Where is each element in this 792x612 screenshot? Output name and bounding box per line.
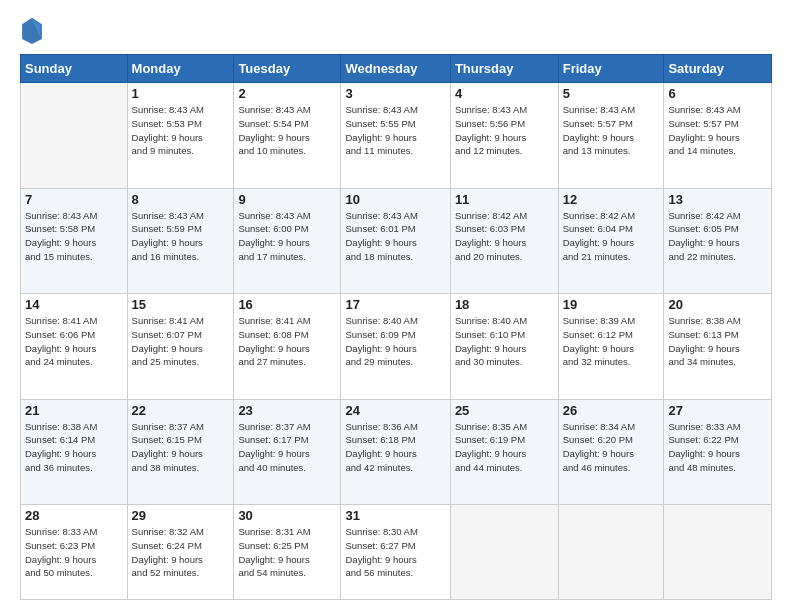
weekday-tuesday: Tuesday bbox=[234, 55, 341, 83]
day-cell: 5Sunrise: 8:43 AM Sunset: 5:57 PM Daylig… bbox=[558, 83, 664, 189]
day-number: 16 bbox=[238, 297, 336, 312]
day-info: Sunrise: 8:32 AM Sunset: 6:24 PM Dayligh… bbox=[132, 525, 230, 580]
week-row-5: 28Sunrise: 8:33 AM Sunset: 6:23 PM Dayli… bbox=[21, 505, 772, 600]
day-info: Sunrise: 8:43 AM Sunset: 5:57 PM Dayligh… bbox=[668, 103, 767, 158]
logo-icon bbox=[20, 16, 44, 44]
day-cell: 30Sunrise: 8:31 AM Sunset: 6:25 PM Dayli… bbox=[234, 505, 341, 600]
day-cell: 7Sunrise: 8:43 AM Sunset: 5:58 PM Daylig… bbox=[21, 188, 128, 294]
week-row-3: 14Sunrise: 8:41 AM Sunset: 6:06 PM Dayli… bbox=[21, 294, 772, 400]
day-cell: 20Sunrise: 8:38 AM Sunset: 6:13 PM Dayli… bbox=[664, 294, 772, 400]
day-number: 27 bbox=[668, 403, 767, 418]
logo bbox=[20, 16, 48, 44]
day-info: Sunrise: 8:43 AM Sunset: 5:56 PM Dayligh… bbox=[455, 103, 554, 158]
day-number: 26 bbox=[563, 403, 660, 418]
day-cell: 15Sunrise: 8:41 AM Sunset: 6:07 PM Dayli… bbox=[127, 294, 234, 400]
day-number: 28 bbox=[25, 508, 123, 523]
day-info: Sunrise: 8:43 AM Sunset: 5:55 PM Dayligh… bbox=[345, 103, 445, 158]
day-number: 30 bbox=[238, 508, 336, 523]
day-cell bbox=[21, 83, 128, 189]
day-number: 25 bbox=[455, 403, 554, 418]
day-number: 31 bbox=[345, 508, 445, 523]
day-cell: 19Sunrise: 8:39 AM Sunset: 6:12 PM Dayli… bbox=[558, 294, 664, 400]
day-cell: 2Sunrise: 8:43 AM Sunset: 5:54 PM Daylig… bbox=[234, 83, 341, 189]
day-info: Sunrise: 8:39 AM Sunset: 6:12 PM Dayligh… bbox=[563, 314, 660, 369]
calendar-page: SundayMondayTuesdayWednesdayThursdayFrid… bbox=[0, 0, 792, 612]
day-info: Sunrise: 8:36 AM Sunset: 6:18 PM Dayligh… bbox=[345, 420, 445, 475]
day-info: Sunrise: 8:43 AM Sunset: 5:58 PM Dayligh… bbox=[25, 209, 123, 264]
day-number: 14 bbox=[25, 297, 123, 312]
weekday-header-row: SundayMondayTuesdayWednesdayThursdayFrid… bbox=[21, 55, 772, 83]
weekday-thursday: Thursday bbox=[450, 55, 558, 83]
day-info: Sunrise: 8:41 AM Sunset: 6:08 PM Dayligh… bbox=[238, 314, 336, 369]
day-cell: 21Sunrise: 8:38 AM Sunset: 6:14 PM Dayli… bbox=[21, 399, 128, 505]
day-info: Sunrise: 8:41 AM Sunset: 6:06 PM Dayligh… bbox=[25, 314, 123, 369]
day-number: 10 bbox=[345, 192, 445, 207]
day-number: 21 bbox=[25, 403, 123, 418]
day-number: 7 bbox=[25, 192, 123, 207]
day-info: Sunrise: 8:38 AM Sunset: 6:13 PM Dayligh… bbox=[668, 314, 767, 369]
day-number: 6 bbox=[668, 86, 767, 101]
day-info: Sunrise: 8:34 AM Sunset: 6:20 PM Dayligh… bbox=[563, 420, 660, 475]
day-number: 23 bbox=[238, 403, 336, 418]
day-info: Sunrise: 8:40 AM Sunset: 6:10 PM Dayligh… bbox=[455, 314, 554, 369]
day-cell: 16Sunrise: 8:41 AM Sunset: 6:08 PM Dayli… bbox=[234, 294, 341, 400]
day-info: Sunrise: 8:33 AM Sunset: 6:23 PM Dayligh… bbox=[25, 525, 123, 580]
weekday-monday: Monday bbox=[127, 55, 234, 83]
day-cell: 3Sunrise: 8:43 AM Sunset: 5:55 PM Daylig… bbox=[341, 83, 450, 189]
day-cell: 14Sunrise: 8:41 AM Sunset: 6:06 PM Dayli… bbox=[21, 294, 128, 400]
day-info: Sunrise: 8:30 AM Sunset: 6:27 PM Dayligh… bbox=[345, 525, 445, 580]
day-info: Sunrise: 8:37 AM Sunset: 6:17 PM Dayligh… bbox=[238, 420, 336, 475]
week-row-2: 7Sunrise: 8:43 AM Sunset: 5:58 PM Daylig… bbox=[21, 188, 772, 294]
day-number: 17 bbox=[345, 297, 445, 312]
day-cell: 11Sunrise: 8:42 AM Sunset: 6:03 PM Dayli… bbox=[450, 188, 558, 294]
day-cell: 8Sunrise: 8:43 AM Sunset: 5:59 PM Daylig… bbox=[127, 188, 234, 294]
day-info: Sunrise: 8:43 AM Sunset: 5:57 PM Dayligh… bbox=[563, 103, 660, 158]
day-cell: 25Sunrise: 8:35 AM Sunset: 6:19 PM Dayli… bbox=[450, 399, 558, 505]
day-number: 3 bbox=[345, 86, 445, 101]
day-number: 24 bbox=[345, 403, 445, 418]
calendar-table: SundayMondayTuesdayWednesdayThursdayFrid… bbox=[20, 54, 772, 600]
day-number: 5 bbox=[563, 86, 660, 101]
day-cell: 23Sunrise: 8:37 AM Sunset: 6:17 PM Dayli… bbox=[234, 399, 341, 505]
day-cell bbox=[558, 505, 664, 600]
day-cell: 18Sunrise: 8:40 AM Sunset: 6:10 PM Dayli… bbox=[450, 294, 558, 400]
day-info: Sunrise: 8:43 AM Sunset: 6:00 PM Dayligh… bbox=[238, 209, 336, 264]
day-cell: 4Sunrise: 8:43 AM Sunset: 5:56 PM Daylig… bbox=[450, 83, 558, 189]
day-number: 15 bbox=[132, 297, 230, 312]
day-cell: 27Sunrise: 8:33 AM Sunset: 6:22 PM Dayli… bbox=[664, 399, 772, 505]
day-cell: 6Sunrise: 8:43 AM Sunset: 5:57 PM Daylig… bbox=[664, 83, 772, 189]
day-cell: 29Sunrise: 8:32 AM Sunset: 6:24 PM Dayli… bbox=[127, 505, 234, 600]
day-number: 13 bbox=[668, 192, 767, 207]
day-number: 4 bbox=[455, 86, 554, 101]
day-number: 22 bbox=[132, 403, 230, 418]
week-row-4: 21Sunrise: 8:38 AM Sunset: 6:14 PM Dayli… bbox=[21, 399, 772, 505]
day-number: 9 bbox=[238, 192, 336, 207]
day-info: Sunrise: 8:43 AM Sunset: 5:54 PM Dayligh… bbox=[238, 103, 336, 158]
day-info: Sunrise: 8:35 AM Sunset: 6:19 PM Dayligh… bbox=[455, 420, 554, 475]
weekday-saturday: Saturday bbox=[664, 55, 772, 83]
day-info: Sunrise: 8:33 AM Sunset: 6:22 PM Dayligh… bbox=[668, 420, 767, 475]
day-info: Sunrise: 8:43 AM Sunset: 5:53 PM Dayligh… bbox=[132, 103, 230, 158]
weekday-sunday: Sunday bbox=[21, 55, 128, 83]
day-number: 18 bbox=[455, 297, 554, 312]
day-info: Sunrise: 8:42 AM Sunset: 6:04 PM Dayligh… bbox=[563, 209, 660, 264]
day-cell bbox=[450, 505, 558, 600]
day-number: 2 bbox=[238, 86, 336, 101]
day-cell: 9Sunrise: 8:43 AM Sunset: 6:00 PM Daylig… bbox=[234, 188, 341, 294]
day-info: Sunrise: 8:42 AM Sunset: 6:05 PM Dayligh… bbox=[668, 209, 767, 264]
day-cell: 12Sunrise: 8:42 AM Sunset: 6:04 PM Dayli… bbox=[558, 188, 664, 294]
day-number: 8 bbox=[132, 192, 230, 207]
day-cell bbox=[664, 505, 772, 600]
day-number: 1 bbox=[132, 86, 230, 101]
week-row-1: 1Sunrise: 8:43 AM Sunset: 5:53 PM Daylig… bbox=[21, 83, 772, 189]
day-cell: 13Sunrise: 8:42 AM Sunset: 6:05 PM Dayli… bbox=[664, 188, 772, 294]
day-info: Sunrise: 8:41 AM Sunset: 6:07 PM Dayligh… bbox=[132, 314, 230, 369]
header bbox=[20, 16, 772, 44]
day-cell: 17Sunrise: 8:40 AM Sunset: 6:09 PM Dayli… bbox=[341, 294, 450, 400]
day-cell: 31Sunrise: 8:30 AM Sunset: 6:27 PM Dayli… bbox=[341, 505, 450, 600]
day-cell: 28Sunrise: 8:33 AM Sunset: 6:23 PM Dayli… bbox=[21, 505, 128, 600]
weekday-friday: Friday bbox=[558, 55, 664, 83]
day-cell: 22Sunrise: 8:37 AM Sunset: 6:15 PM Dayli… bbox=[127, 399, 234, 505]
day-cell: 10Sunrise: 8:43 AM Sunset: 6:01 PM Dayli… bbox=[341, 188, 450, 294]
day-info: Sunrise: 8:37 AM Sunset: 6:15 PM Dayligh… bbox=[132, 420, 230, 475]
